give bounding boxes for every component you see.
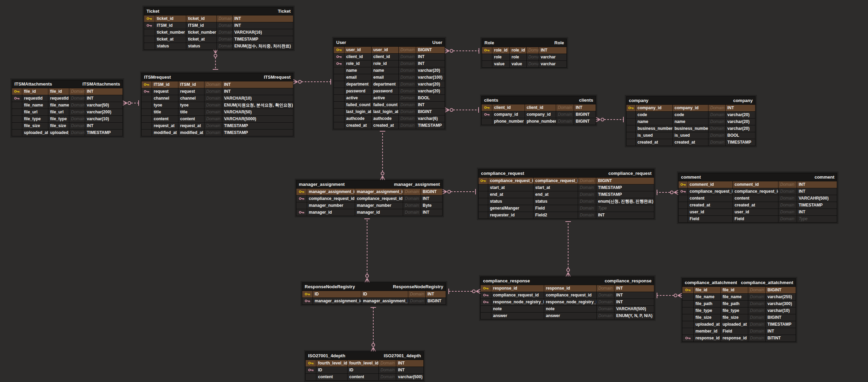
relationship-compliance_request-comment[interactable] [657, 190, 678, 195]
table-clients[interactable]: clientsclientsclient_idclient_idDomainIN… [481, 96, 596, 125]
relationship-manager_assignment-compliance_request[interactable] [443, 189, 476, 194]
column-row-manager_assignment_id[interactable]: manager_assignment_idmanager_assignment_… [296, 189, 442, 195]
column-row-name[interactable]: namenameDomainvarchar(20) [334, 67, 445, 74]
table-header-Ticket[interactable]: TicketTicket [144, 7, 293, 15]
table-ITSMAttachments[interactable]: ITSMAttachmentsITSMAttachmentsfile_idfil… [12, 80, 123, 136]
relationship-itsmattachments-itsmrequest[interactable] [123, 100, 139, 106]
column-row-manager_number[interactable]: manager_numbermanager_numberDomainByte [296, 202, 442, 209]
column-row-content[interactable]: contentcontentDomainVARCAHR(500) [679, 195, 837, 202]
table-header-company[interactable]: companycompany [626, 97, 755, 104]
column-row-status[interactable]: statusstatusDomainENUM(접수, 처리중, 처리완료) [144, 43, 293, 49]
column-row-start_at[interactable]: start_atstart_atDomainTIMESTAMP [479, 184, 654, 191]
table-Ticket[interactable]: TicketTicketticket_idticket_idDomainINTI… [144, 7, 293, 50]
column-row-department[interactable]: departmentdepartmentDomainvarchar(20) [334, 81, 445, 88]
table-header-clients[interactable]: clientsclients [482, 96, 596, 104]
column-row-ticket_at[interactable]: ticket_atticket_atDomainTIMESTAMP [144, 36, 293, 43]
column-row-member_id[interactable]: member_idFieldDomainINT [682, 328, 796, 335]
column-row-company_id[interactable]: company_idcompany_idDomainBIGINT [482, 111, 596, 118]
relationship-compliance_response-compliance_attatchment[interactable] [657, 293, 682, 298]
table-header-ITSMAttachments[interactable]: ITSMAttachmentsITSMAttachments [12, 80, 122, 88]
column-row-response_id[interactable]: response_idresponse_idDomainINT [481, 285, 654, 292]
relationship-responsenoderegistry-compliance_response[interactable] [449, 289, 480, 294]
table-company[interactable]: companycompanycompany_idcompany_idDomain… [626, 96, 755, 146]
column-row-file_path[interactable]: file_pathfile_pathDomainvarchar(300) [682, 301, 796, 307]
column-row-compliance_request_id[interactable]: compliance_request_idcompliance_request_… [481, 292, 654, 299]
column-row-tyoe[interactable]: tyoetyoeDomainENUM(지원요청, 분석요청, 확인요청) [142, 102, 293, 109]
column-row-comment_id[interactable]: comment_idcomment_idDomainINT [679, 181, 837, 188]
column-row-value[interactable]: valuevalueDomainvarchar [482, 61, 566, 67]
column-row-response_node_registry_id[interactable]: response_node_registry_idresponse_node_r… [481, 299, 654, 305]
column-row-manager_assignment_id[interactable]: manager_assignment_idmanager_assignment_… [302, 298, 446, 304]
column-row-Field[interactable]: FieldFieldDomainType [679, 216, 837, 222]
column-row-file_type[interactable]: file_typefile_typeDomainvarchar(10) [682, 307, 796, 314]
table-Role[interactable]: RoleRolerole_idrole_idDomainINTroleroleD… [482, 38, 567, 68]
column-row-file_id[interactable]: file_idfile_idDomainBIGINT [682, 287, 796, 293]
column-row-uploaded_at[interactable]: uploaded_atuploaded_atDomainTIMESTAMP [12, 130, 122, 136]
column-row-company_id[interactable]: company_idcompany_idDomainINT [626, 105, 755, 111]
table-header-compliance_response[interactable]: compliance_responsecompliance_response [481, 277, 654, 285]
column-row-ID[interactable]: IDIDDomainINT [306, 367, 423, 373]
relationship-responsenoderegistry-iso27001_4depth[interactable] [371, 307, 376, 351]
er-diagram-canvas[interactable]: TicketTicketticket_idticket_idDomainINTI… [0, 0, 868, 382]
column-row-requestId[interactable]: requestIdrequestIdDomainINT [12, 95, 122, 102]
column-row-failed_count[interactable]: failed_countfailed_countDomainINT [334, 102, 445, 108]
column-row-file_name[interactable]: file_namefile_nameDomainvarchar(50) [12, 102, 122, 109]
column-row-content[interactable]: contentcontentDomainVARCHAR(5000) [142, 116, 293, 122]
table-ITSMrequest[interactable]: ITSMrequestITSMrequestITSM_idITSM_idDoma… [141, 73, 293, 136]
column-row-phone_number[interactable]: phone_numberphone_numberDomainBIGINT [482, 118, 596, 125]
column-row-channel[interactable]: channelchannelDomainVARCHAR(10) [142, 95, 293, 102]
column-row-ITSM_id[interactable]: ITSM_idITSM_idDomainINT [142, 81, 293, 88]
column-row-file_size[interactable]: file_sizefile_sizeDomainBIGINT [682, 314, 796, 321]
column-row-title[interactable]: titletitleDomainVARCHAR(50) [142, 109, 293, 115]
table-comment[interactable]: commentcommentcomment_idcomment_idDomain… [678, 173, 837, 223]
table-header-User[interactable]: UserUser [334, 38, 445, 46]
column-row-file_name[interactable]: file_namefile_nameDomainvarchar(255) [682, 294, 796, 300]
column-row-answer[interactable]: answeranswerDomainENUM(Y, N, P, N/A) [481, 313, 654, 319]
column-row-compliance_request_id[interactable]: compliance_request_idcompliance_request_… [679, 188, 837, 195]
column-row-file_id[interactable]: file_idfile_idDomainINT [12, 88, 122, 95]
column-row-ID[interactable]: IDIDDomainINT [302, 291, 446, 297]
column-row-authcode[interactable]: authcodeauthcodeDomainvarchar(6) [334, 115, 445, 122]
column-row-response_id[interactable]: response_idresponse_idDomainBITINT [682, 335, 796, 341]
column-row-code[interactable]: codecodeDomainvarchar(20) [626, 112, 755, 118]
column-row-created_at[interactable]: created_atcreated_atDomainTIMESTAMP [626, 139, 755, 146]
column-row-uploaded_at[interactable]: uploaded_atuploaded_atDomainTIMESTAMP [682, 321, 796, 328]
table-compliance_response[interactable]: compliance_responsecompliance_responsere… [480, 277, 654, 319]
table-ResponseNodeRegistry[interactable]: ResponseNodeRegistryResponseNodeRegistry… [302, 282, 446, 305]
table-header-ResponseNodeRegistry[interactable]: ResponseNodeRegistryResponseNodeRegistry [302, 283, 446, 291]
relationship-user-manager_assignment[interactable] [380, 131, 385, 180]
table-header-comment[interactable]: commentcomment [679, 173, 837, 181]
table-header-ITSMrequest[interactable]: ITSMrequestITSMrequest [142, 73, 293, 81]
column-row-compliance_request_id[interactable]: compliance_request_idcompliance_request_… [479, 178, 654, 184]
column-row-role_id[interactable]: role_idrole_idDomainINT [334, 60, 445, 67]
column-row-client_id[interactable]: client_idclient_idDomainINT [334, 54, 445, 60]
column-row-end_at[interactable]: end_atend_atDomainTIMESTAMP [479, 191, 654, 198]
column-row-compliance_request_id[interactable]: compliance_request_idcompliance_request_… [296, 195, 442, 202]
column-row-active[interactable]: activeactiveDomainBOOL [334, 95, 445, 101]
table-header-compliance_attatchment[interactable]: compliance_attatchmentcompliance_attatch… [682, 279, 796, 286]
table-compliance_request[interactable]: compliance_requestcompliance_requestcomp… [478, 169, 654, 219]
relationship-compliance_request-compliance_response[interactable] [565, 222, 571, 277]
column-row-request[interactable]: requestrequestDomainINT [142, 88, 293, 95]
column-row-note[interactable]: notenoteDomainVARCHAR(500) [481, 306, 654, 312]
column-row-role[interactable]: roleroleDomainvarchar [482, 54, 566, 60]
relationship-user-role[interactable] [445, 48, 479, 54]
relationship-itsmrequest-user[interactable] [293, 79, 331, 85]
column-row-request_at[interactable]: request_atrequest_atDomainTIMESTAMP [142, 123, 293, 129]
column-row-business_number[interactable]: business_numberbusiness_numberDomainvarc… [626, 125, 755, 132]
column-row-file_type[interactable]: file_typefile_typeDomainvarchar(10) [12, 116, 122, 122]
column-row-content[interactable]: contentcontentDomainvarchar(500) [306, 374, 423, 380]
column-row-manager_id[interactable]: manager_idmanager_idDomainINT [296, 209, 442, 216]
table-header-Role[interactable]: RoleRole [482, 39, 566, 47]
column-row-role_id[interactable]: role_idrole_idDomainINT [482, 47, 566, 54]
column-row-ticket_number[interactable]: ticket_numberticket_numberDomainVARCHAR(… [144, 29, 293, 36]
column-row-last_login_at[interactable]: last_login_atlast_login_atDomainBIGINT [334, 109, 445, 115]
table-compliance_attatchment[interactable]: compliance_attatchmentcompliance_attatch… [682, 278, 796, 342]
column-row-ITSM_id[interactable]: ITSM_idITSM_idDomainINT [144, 22, 293, 29]
column-row-name[interactable]: namenameDomainvarchar(20) [626, 119, 755, 125]
column-row-is_used[interactable]: is_usedis_usedDomainBOOL [626, 132, 755, 139]
column-row-generalManger[interactable]: generalMangerFieldDomainType [479, 205, 654, 212]
column-row-fourth_level_id[interactable]: fourth_level_idfourth_level_idDomainINT [306, 360, 423, 367]
column-row-client_id[interactable]: client_idclient_idDomainINT [482, 104, 596, 111]
table-ISO27001_4depth[interactable]: ISO27001_4depthISO27001_4depthfourth_lev… [305, 351, 424, 381]
